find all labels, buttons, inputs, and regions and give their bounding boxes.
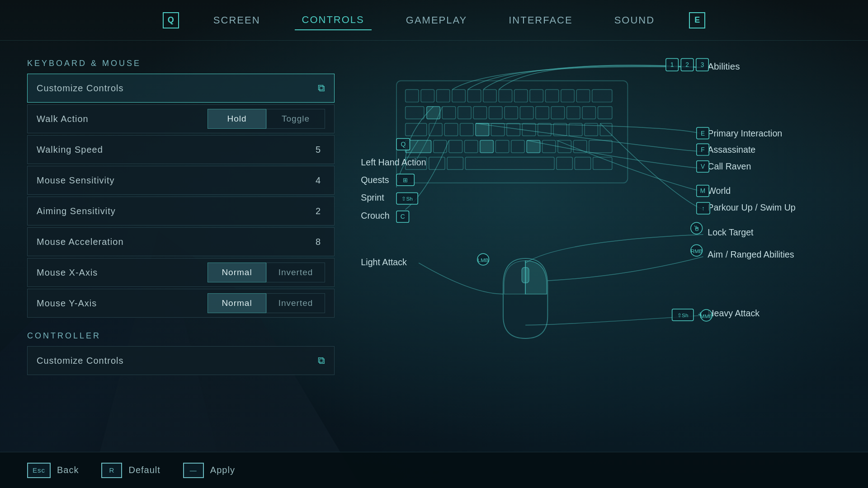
mouse-y-axis-toggle[interactable]: Normal Inverted xyxy=(208,293,325,313)
svg-text:World: World xyxy=(708,186,731,196)
svg-rect-8 xyxy=(514,89,528,102)
svg-text:Q: Q xyxy=(401,141,406,148)
svg-rect-89 xyxy=(697,144,709,155)
apply-button[interactable]: — Apply xyxy=(183,463,235,478)
back-button[interactable]: Esc Back xyxy=(27,463,79,478)
mouse-y-normal[interactable]: Normal xyxy=(208,293,266,313)
mouse-x-axis-label: Mouse X-Axis xyxy=(37,267,163,278)
svg-rect-59 xyxy=(522,267,529,283)
nav-item-gameplay[interactable]: Gameplay xyxy=(399,11,474,30)
svg-rect-14 xyxy=(406,107,424,119)
svg-text:LMB: LMB xyxy=(478,257,489,263)
svg-rect-48 xyxy=(542,140,556,153)
svg-text:Quests: Quests xyxy=(361,175,389,185)
svg-rect-57 xyxy=(575,157,590,170)
svg-rect-54 xyxy=(447,157,463,170)
svg-rect-7 xyxy=(499,89,512,102)
svg-rect-56 xyxy=(557,157,572,170)
svg-rect-2 xyxy=(421,89,434,102)
svg-rect-77 xyxy=(681,59,693,71)
default-button[interactable]: R Default xyxy=(101,463,160,478)
nav-item-sound[interactable]: Sound xyxy=(607,11,662,30)
svg-rect-82 xyxy=(681,59,693,71)
svg-rect-39 xyxy=(600,123,612,136)
svg-text:Aim / Ranged Abilities: Aim / Ranged Abilities xyxy=(708,249,794,259)
diagram-svg: Abilities Left Hand Action Primary Inter… xyxy=(316,45,850,445)
svg-rect-28 xyxy=(429,123,443,136)
mouse-y-axis-label: Mouse Y-Axis xyxy=(37,298,163,309)
svg-rect-42 xyxy=(449,140,462,153)
svg-rect-15 xyxy=(427,107,440,119)
mouse-x-normal[interactable]: Normal xyxy=(208,263,266,282)
svg-rect-97 xyxy=(396,211,409,223)
svg-rect-29 xyxy=(444,123,458,136)
svg-rect-19 xyxy=(489,107,503,119)
svg-text:Assassinate: Assassinate xyxy=(708,145,755,155)
svg-rect-46 xyxy=(511,140,525,153)
svg-rect-33 xyxy=(507,123,520,136)
svg-rect-12 xyxy=(576,89,590,102)
svg-rect-21 xyxy=(520,107,533,119)
svg-rect-1 xyxy=(406,89,419,102)
svg-rect-18 xyxy=(473,107,487,119)
walk-action-label: Walk Action xyxy=(37,114,163,124)
svg-text:M: M xyxy=(700,188,705,194)
top-navigation: Q Screen Controls Gameplay Interface Sou… xyxy=(0,0,868,41)
svg-point-103 xyxy=(477,253,489,265)
svg-text:Sprint: Sprint xyxy=(361,192,384,202)
nav-item-screen[interactable]: Screen xyxy=(206,11,268,30)
svg-rect-53 xyxy=(429,157,445,170)
controller-customize-label: Customize Controls xyxy=(37,356,163,366)
svg-rect-0 xyxy=(396,81,627,183)
svg-rect-55 xyxy=(465,157,554,170)
svg-text:1: 1 xyxy=(670,61,674,68)
svg-rect-35 xyxy=(538,123,552,136)
svg-rect-91 xyxy=(396,192,418,204)
svg-rect-52 xyxy=(406,157,427,170)
svg-text:↑: ↑ xyxy=(702,205,705,212)
svg-rect-20 xyxy=(505,107,518,119)
svg-rect-27 xyxy=(406,123,427,136)
nav-key-q: Q xyxy=(163,12,179,28)
back-key: Esc xyxy=(27,463,51,478)
svg-text:MMB: MMB xyxy=(700,313,713,319)
svg-text:Call Raven: Call Raven xyxy=(708,161,751,171)
svg-rect-79 xyxy=(696,59,709,71)
svg-rect-95 xyxy=(697,185,709,197)
customize-controls-row[interactable]: Customize Controls ⧉ xyxy=(27,74,335,103)
walk-action-hold[interactable]: Hold xyxy=(208,109,266,129)
svg-rect-24 xyxy=(567,107,580,119)
svg-rect-26 xyxy=(598,107,612,119)
svg-rect-41 xyxy=(434,140,447,153)
right-panel: Abilities Left Hand Action Primary Inter… xyxy=(316,45,850,443)
svg-rect-93 xyxy=(697,161,709,173)
svg-text:Primary Interaction: Primary Interaction xyxy=(708,128,782,138)
svg-rect-83 xyxy=(396,139,410,150)
svg-rect-85 xyxy=(697,127,709,139)
walk-action-toggle[interactable]: Hold Toggle xyxy=(208,109,325,129)
mouse-x-axis-row: Mouse X-Axis Normal Inverted xyxy=(27,258,335,287)
svg-point-110 xyxy=(701,310,712,321)
svg-text:V: V xyxy=(701,163,705,170)
controller-customize-row[interactable]: Customize Controls ⧉ xyxy=(27,346,335,375)
mouse-acceleration-label: Mouse Acceleration xyxy=(37,237,163,247)
svg-rect-32 xyxy=(491,123,505,136)
controller-section-title: CONTROLLER xyxy=(27,331,335,341)
svg-rect-4 xyxy=(452,89,466,102)
svg-rect-51 xyxy=(589,140,612,153)
bottom-bar: Esc Back R Default — Apply xyxy=(0,452,868,488)
svg-rect-99 xyxy=(697,202,710,214)
svg-rect-25 xyxy=(582,107,596,119)
svg-point-105 xyxy=(691,245,703,257)
walking-speed-row: Walking Speed 5 xyxy=(27,135,335,164)
nav-item-interface[interactable]: Interface xyxy=(501,11,580,30)
svg-rect-40 xyxy=(406,140,431,153)
svg-rect-22 xyxy=(536,107,549,119)
mouse-x-axis-toggle[interactable]: Normal Inverted xyxy=(208,263,325,282)
svg-text:C: C xyxy=(401,213,405,220)
svg-rect-30 xyxy=(460,123,474,136)
svg-text:Light Attack: Light Attack xyxy=(361,257,407,267)
nav-item-controls[interactable]: Controls xyxy=(295,10,372,30)
svg-rect-47 xyxy=(527,140,540,153)
svg-text:RMB: RMB xyxy=(691,248,703,254)
